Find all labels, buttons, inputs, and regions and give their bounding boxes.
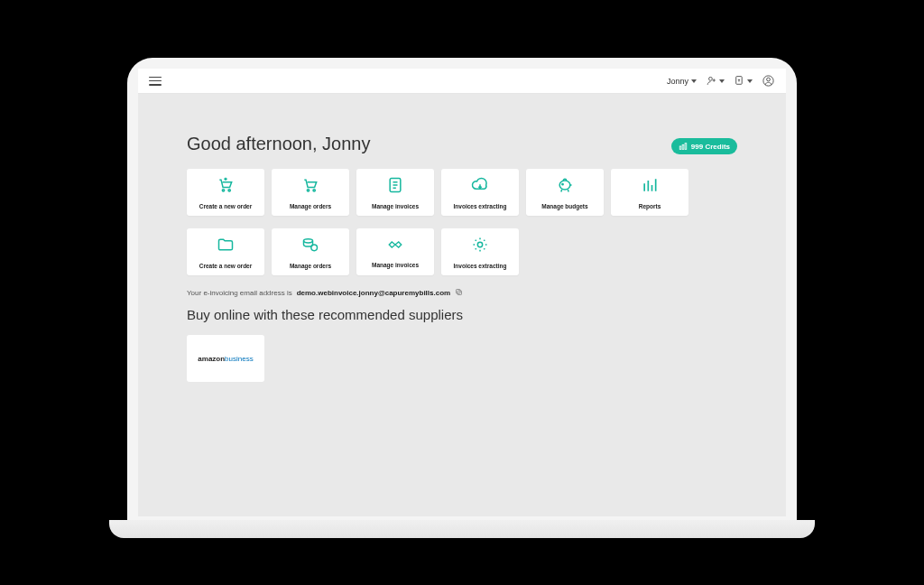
tile-label: Create a new order [199, 263, 253, 269]
svg-point-0 [709, 77, 713, 80]
screen: Jonny Good afternoon, Jonny [138, 69, 786, 516]
top-bar: Jonny [138, 69, 786, 94]
credits-badge[interactable]: 999 Credits [671, 138, 737, 154]
chevron-down-icon [719, 79, 725, 83]
svg-rect-6 [685, 144, 687, 150]
tile-cart[interactable]: Manage orders [272, 169, 349, 216]
tile-label: Manage budgets [541, 203, 587, 209]
document-icon [386, 176, 404, 198]
tile-label: Manage invoices [372, 262, 419, 268]
tile-label: Reports [639, 203, 661, 209]
cart-icon [300, 176, 320, 198]
gear-icon [471, 236, 489, 257]
svg-rect-16 [457, 291, 462, 295]
upload-file-icon[interactable] [734, 75, 753, 87]
tile-cloud-down[interactable]: Invoices extracting [441, 169, 519, 216]
svg-point-9 [307, 189, 309, 190]
user-add-icon[interactable] [706, 75, 725, 87]
cloud-down-icon [470, 176, 490, 198]
svg-point-8 [228, 189, 230, 190]
svg-rect-5 [682, 144, 684, 149]
chevron-down-icon [747, 79, 753, 83]
chevron-down-icon [691, 79, 697, 83]
svg-point-7 [222, 189, 224, 190]
greeting: Good afternoon, Jonny [187, 134, 370, 154]
supplier-logo: amazonbusiness [198, 355, 253, 363]
tile-label: Manage orders [290, 203, 331, 209]
hero-row: Good afternoon, Jonny 999 Credits [187, 134, 737, 154]
tile-label: Create a new order [199, 203, 253, 209]
topbar-right: Jonny [667, 74, 775, 88]
tile-cart-plus[interactable]: Create a new order [187, 169, 264, 216]
svg-point-10 [313, 189, 315, 190]
credits-icon [679, 142, 688, 151]
einvoice-address: demo.webinvoice.jonny@capuremybills.com [297, 289, 451, 297]
copy-icon[interactable] [455, 288, 463, 298]
profile-icon[interactable] [762, 74, 775, 88]
svg-point-15 [477, 242, 482, 246]
svg-point-13 [304, 238, 313, 242]
tile-label: Invoices extracting [454, 263, 507, 269]
tile-label: Manage orders [290, 263, 331, 269]
svg-rect-4 [679, 146, 681, 149]
tile-grid-row-2: Create a new orderManage ordersManage in… [187, 228, 737, 275]
tile-handshake[interactable]: Manage invoices [356, 228, 434, 275]
bars-icon [641, 176, 659, 198]
credits-label: 999 Credits [691, 143, 730, 151]
tile-grid-row-1: Create a new orderManage ordersManage in… [187, 169, 737, 216]
piggy-icon [555, 176, 575, 198]
coin-stack-icon [300, 236, 320, 257]
menu-icon[interactable] [149, 77, 162, 86]
cart-plus-icon [216, 176, 236, 198]
tile-piggy[interactable]: Manage budgets [526, 169, 604, 216]
tile-folder[interactable]: Create a new order [187, 228, 264, 275]
tile-coin-stack[interactable]: Manage orders [272, 228, 349, 275]
svg-rect-17 [457, 290, 461, 294]
user-name: Jonny [667, 77, 688, 86]
tile-label: Invoices extracting [454, 203, 507, 209]
user-menu[interactable]: Jonny [667, 77, 697, 86]
suppliers-heading: Buy online with these recommended suppli… [187, 307, 737, 322]
supplier-card-amazon-business[interactable]: amazonbusiness [187, 335, 264, 382]
handshake-icon [385, 237, 405, 256]
main-content: Good afternoon, Jonny 999 Credits Create… [138, 94, 786, 400]
svg-point-14 [311, 245, 318, 251]
laptop-frame: Jonny Good afternoon, Jonny [127, 58, 797, 527]
tile-bars[interactable]: Reports [611, 169, 688, 216]
svg-point-12 [562, 183, 563, 184]
folder-icon [216, 236, 236, 257]
einvoice-prefix: Your e-invoicing email address is [187, 289, 292, 297]
einvoice-line: Your e-invoicing email address is demo.w… [187, 288, 737, 298]
laptop-base [109, 520, 815, 538]
svg-point-3 [767, 78, 771, 81]
tile-label: Manage invoices [372, 203, 419, 209]
tile-gear[interactable]: Invoices extracting [441, 228, 519, 275]
tile-document[interactable]: Manage invoices [356, 169, 434, 216]
